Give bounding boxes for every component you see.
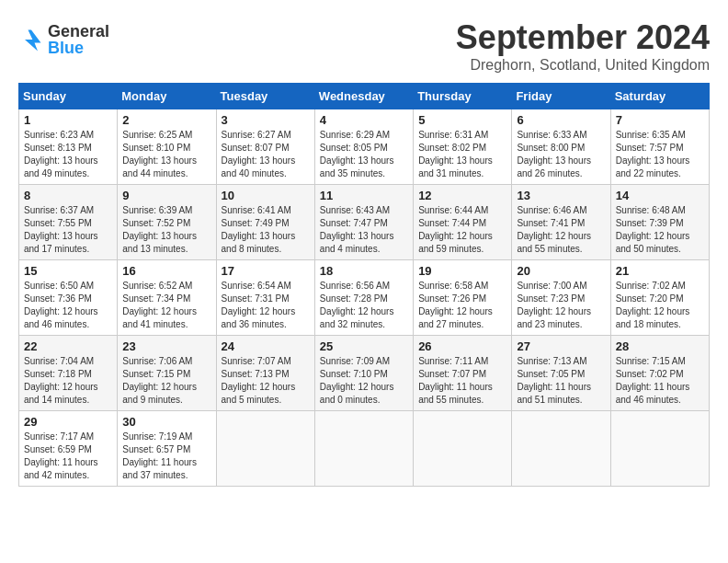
calendar-cell: 22Sunrise: 7:04 AMSunset: 7:18 PMDayligh… <box>19 336 118 411</box>
calendar-cell <box>314 411 413 487</box>
calendar-cell: 26Sunrise: 7:11 AMSunset: 7:07 PMDayligh… <box>414 336 512 411</box>
day-number: 15 <box>24 264 112 278</box>
day-number: 10 <box>222 189 310 202</box>
day-info: Sunrise: 6:48 AMSunset: 7:39 PMDaylight:… <box>616 204 704 256</box>
calendar-cell: 17Sunrise: 6:54 AMSunset: 7:31 PMDayligh… <box>216 260 314 336</box>
day-number: 26 <box>418 339 506 353</box>
day-info: Sunrise: 6:35 AMSunset: 7:57 PMDaylight:… <box>616 129 704 180</box>
day-number: 2 <box>122 113 210 127</box>
calendar-cell: 11Sunrise: 6:43 AMSunset: 7:47 PMDayligh… <box>314 185 413 260</box>
day-number: 3 <box>222 113 310 127</box>
calendar-cell: 20Sunrise: 7:00 AMSunset: 7:23 PMDayligh… <box>512 260 610 336</box>
calendar-week-row: 22Sunrise: 7:04 AMSunset: 7:18 PMDayligh… <box>19 336 710 411</box>
col-friday: Friday <box>512 84 610 109</box>
calendar-week-row: 29Sunrise: 7:17 AMSunset: 6:59 PMDayligh… <box>19 411 710 487</box>
logo-general-text: General <box>48 23 109 40</box>
calendar-cell: 12Sunrise: 6:44 AMSunset: 7:44 PMDayligh… <box>414 185 512 260</box>
day-number: 13 <box>517 189 605 202</box>
day-info: Sunrise: 7:11 AMSunset: 7:07 PMDaylight:… <box>418 355 506 407</box>
day-info: Sunrise: 7:19 AMSunset: 6:57 PMDaylight:… <box>122 431 210 482</box>
day-info: Sunrise: 7:07 AMSunset: 7:13 PMDaylight:… <box>222 355 310 407</box>
logo-blue-text: Blue <box>48 40 109 56</box>
calendar-cell <box>216 411 314 487</box>
calendar-cell: 23Sunrise: 7:06 AMSunset: 7:15 PMDayligh… <box>118 336 216 411</box>
col-sunday: Sunday <box>19 84 118 109</box>
day-number: 4 <box>320 113 408 127</box>
calendar-cell: 28Sunrise: 7:15 AMSunset: 7:02 PMDayligh… <box>610 336 709 411</box>
day-info: Sunrise: 6:44 AMSunset: 7:44 PMDaylight:… <box>418 204 506 256</box>
day-info: Sunrise: 7:06 AMSunset: 7:15 PMDaylight:… <box>122 355 210 407</box>
calendar-cell: 15Sunrise: 6:50 AMSunset: 7:36 PMDayligh… <box>19 260 118 336</box>
day-info: Sunrise: 6:58 AMSunset: 7:26 PMDaylight:… <box>418 280 506 331</box>
calendar-cell: 19Sunrise: 6:58 AMSunset: 7:26 PMDayligh… <box>414 260 512 336</box>
day-info: Sunrise: 6:27 AMSunset: 8:07 PMDaylight:… <box>222 129 310 180</box>
calendar-cell: 1Sunrise: 6:23 AMSunset: 8:13 PMDaylight… <box>19 109 118 185</box>
day-info: Sunrise: 6:43 AMSunset: 7:47 PMDaylight:… <box>320 204 408 256</box>
day-number: 7 <box>616 113 704 127</box>
day-number: 21 <box>616 264 704 278</box>
logo-text: General Blue <box>48 23 109 56</box>
logo: General Blue <box>18 23 109 56</box>
day-number: 23 <box>122 339 210 353</box>
calendar-header-row: Sunday Monday Tuesday Wednesday Thursday… <box>19 84 710 109</box>
day-info: Sunrise: 6:56 AMSunset: 7:28 PMDaylight:… <box>320 280 408 331</box>
day-number: 22 <box>24 339 112 353</box>
calendar-cell: 25Sunrise: 7:09 AMSunset: 7:10 PMDayligh… <box>314 336 413 411</box>
day-number: 28 <box>616 339 704 353</box>
day-info: Sunrise: 6:46 AMSunset: 7:41 PMDaylight:… <box>517 204 605 256</box>
calendar-week-row: 15Sunrise: 6:50 AMSunset: 7:36 PMDayligh… <box>19 260 710 336</box>
location-subtitle: Dreghorn, Scotland, United Kingdom <box>456 57 710 74</box>
day-number: 19 <box>418 264 506 278</box>
day-info: Sunrise: 7:09 AMSunset: 7:10 PMDaylight:… <box>320 355 408 407</box>
logo-icon <box>18 27 44 52</box>
col-thursday: Thursday <box>414 84 512 109</box>
svg-marker-0 <box>25 30 41 52</box>
month-title: September 2024 <box>456 18 710 57</box>
day-number: 27 <box>517 339 605 353</box>
day-number: 8 <box>24 189 112 202</box>
calendar-cell: 3Sunrise: 6:27 AMSunset: 8:07 PMDaylight… <box>216 109 314 185</box>
calendar-cell: 5Sunrise: 6:31 AMSunset: 8:02 PMDaylight… <box>414 109 512 185</box>
calendar-cell: 14Sunrise: 6:48 AMSunset: 7:39 PMDayligh… <box>610 185 709 260</box>
day-info: Sunrise: 6:37 AMSunset: 7:55 PMDaylight:… <box>24 204 112 256</box>
day-number: 5 <box>418 113 506 127</box>
calendar-cell: 21Sunrise: 7:02 AMSunset: 7:20 PMDayligh… <box>610 260 709 336</box>
calendar-week-row: 1Sunrise: 6:23 AMSunset: 8:13 PMDaylight… <box>19 109 710 185</box>
calendar-cell: 30Sunrise: 7:19 AMSunset: 6:57 PMDayligh… <box>118 411 216 487</box>
calendar-cell <box>414 411 512 487</box>
day-number: 30 <box>122 415 210 429</box>
day-info: Sunrise: 6:52 AMSunset: 7:34 PMDaylight:… <box>122 280 210 331</box>
col-monday: Monday <box>118 84 216 109</box>
day-info: Sunrise: 6:50 AMSunset: 7:36 PMDaylight:… <box>24 280 112 331</box>
day-info: Sunrise: 6:39 AMSunset: 7:52 PMDaylight:… <box>122 204 210 256</box>
calendar-cell <box>610 411 709 487</box>
day-info: Sunrise: 7:00 AMSunset: 7:23 PMDaylight:… <box>517 280 605 331</box>
calendar-table: Sunday Monday Tuesday Wednesday Thursday… <box>18 83 710 487</box>
day-number: 6 <box>517 113 605 127</box>
col-wednesday: Wednesday <box>314 84 413 109</box>
calendar-cell: 2Sunrise: 6:25 AMSunset: 8:10 PMDaylight… <box>118 109 216 185</box>
day-number: 18 <box>320 264 408 278</box>
calendar-cell: 7Sunrise: 6:35 AMSunset: 7:57 PMDaylight… <box>610 109 709 185</box>
day-info: Sunrise: 7:15 AMSunset: 7:02 PMDaylight:… <box>616 355 704 407</box>
col-tuesday: Tuesday <box>216 84 314 109</box>
day-info: Sunrise: 6:29 AMSunset: 8:05 PMDaylight:… <box>320 129 408 180</box>
day-number: 14 <box>616 189 704 202</box>
page-header: General Blue September 2024 Dreghorn, Sc… <box>18 18 710 74</box>
calendar-cell: 10Sunrise: 6:41 AMSunset: 7:49 PMDayligh… <box>216 185 314 260</box>
day-info: Sunrise: 6:54 AMSunset: 7:31 PMDaylight:… <box>222 280 310 331</box>
title-section: September 2024 Dreghorn, Scotland, Unite… <box>456 18 710 74</box>
day-info: Sunrise: 6:23 AMSunset: 8:13 PMDaylight:… <box>24 129 112 180</box>
calendar-cell: 24Sunrise: 7:07 AMSunset: 7:13 PMDayligh… <box>216 336 314 411</box>
day-number: 11 <box>320 189 408 202</box>
calendar-cell: 27Sunrise: 7:13 AMSunset: 7:05 PMDayligh… <box>512 336 610 411</box>
day-info: Sunrise: 6:41 AMSunset: 7:49 PMDaylight:… <box>222 204 310 256</box>
day-info: Sunrise: 7:17 AMSunset: 6:59 PMDaylight:… <box>24 431 112 482</box>
calendar-cell: 18Sunrise: 6:56 AMSunset: 7:28 PMDayligh… <box>314 260 413 336</box>
calendar-week-row: 8Sunrise: 6:37 AMSunset: 7:55 PMDaylight… <box>19 185 710 260</box>
day-number: 29 <box>24 415 112 429</box>
day-number: 12 <box>418 189 506 202</box>
calendar-cell: 8Sunrise: 6:37 AMSunset: 7:55 PMDaylight… <box>19 185 118 260</box>
day-info: Sunrise: 6:33 AMSunset: 8:00 PMDaylight:… <box>517 129 605 180</box>
day-info: Sunrise: 6:31 AMSunset: 8:02 PMDaylight:… <box>418 129 506 180</box>
